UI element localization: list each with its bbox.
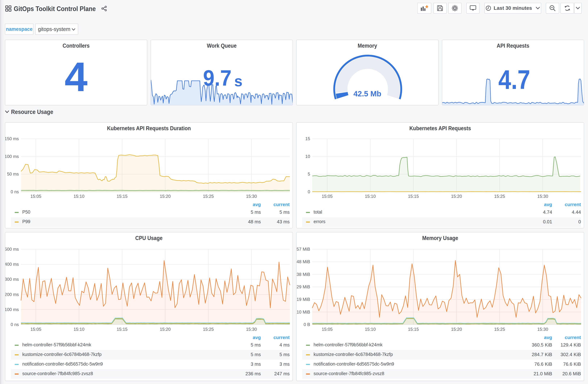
svg-text:15:30: 15:30 xyxy=(537,327,548,332)
svg-text:0 ns: 0 ns xyxy=(11,189,19,194)
svg-text:15:20: 15:20 xyxy=(160,327,171,332)
svg-text:100 ms: 100 ms xyxy=(5,307,19,312)
svg-text:15:20: 15:20 xyxy=(451,327,462,332)
svg-text:15:25: 15:25 xyxy=(494,194,505,199)
svg-text:15: 15 xyxy=(305,136,310,141)
svg-text:15:10: 15:10 xyxy=(74,194,84,199)
svg-text:500 ms: 500 ms xyxy=(5,247,19,252)
svg-text:15:05: 15:05 xyxy=(322,327,333,332)
svg-text:15:05: 15:05 xyxy=(30,327,41,332)
svg-text:15:20: 15:20 xyxy=(451,194,462,199)
svg-text:15:25: 15:25 xyxy=(203,327,214,332)
svg-text:200 ms: 200 ms xyxy=(5,292,19,297)
svg-text:300 ms: 300 ms xyxy=(5,277,19,282)
svg-text:15:15: 15:15 xyxy=(408,194,419,199)
svg-text:15:30: 15:30 xyxy=(246,194,257,199)
svg-text:15:25: 15:25 xyxy=(203,194,214,199)
svg-text:15:05: 15:05 xyxy=(30,194,41,199)
svg-text:57 MiB: 57 MiB xyxy=(296,247,310,252)
svg-text:38 MiB: 38 MiB xyxy=(296,272,310,277)
svg-text:15:10: 15:10 xyxy=(365,194,376,199)
svg-text:0 B: 0 B xyxy=(304,322,310,327)
svg-text:29 MiB: 29 MiB xyxy=(296,284,310,289)
svg-text:15:20: 15:20 xyxy=(160,194,171,199)
svg-text:10: 10 xyxy=(305,154,310,159)
svg-text:15:10: 15:10 xyxy=(365,327,376,332)
svg-text:0 ns: 0 ns xyxy=(11,322,19,327)
svg-text:15:10: 15:10 xyxy=(74,327,84,332)
svg-text:48 MiB: 48 MiB xyxy=(296,259,310,264)
svg-text:15:30: 15:30 xyxy=(246,327,257,332)
svg-text:15:15: 15:15 xyxy=(117,327,127,332)
svg-text:15:25: 15:25 xyxy=(494,327,505,332)
svg-text:15:15: 15:15 xyxy=(408,327,419,332)
svg-text:15:15: 15:15 xyxy=(117,194,127,199)
svg-text:5: 5 xyxy=(308,171,310,176)
svg-text:50 ms: 50 ms xyxy=(7,171,19,176)
svg-text:15:30: 15:30 xyxy=(537,194,548,199)
svg-text:400 ms: 400 ms xyxy=(5,262,19,267)
svg-text:150 ms: 150 ms xyxy=(5,136,19,141)
svg-text:15:05: 15:05 xyxy=(322,194,333,199)
svg-text:100 ms: 100 ms xyxy=(5,154,19,159)
svg-text:0: 0 xyxy=(308,189,310,194)
svg-text:10 MiB: 10 MiB xyxy=(296,310,310,315)
svg-text:19 MiB: 19 MiB xyxy=(296,297,310,302)
